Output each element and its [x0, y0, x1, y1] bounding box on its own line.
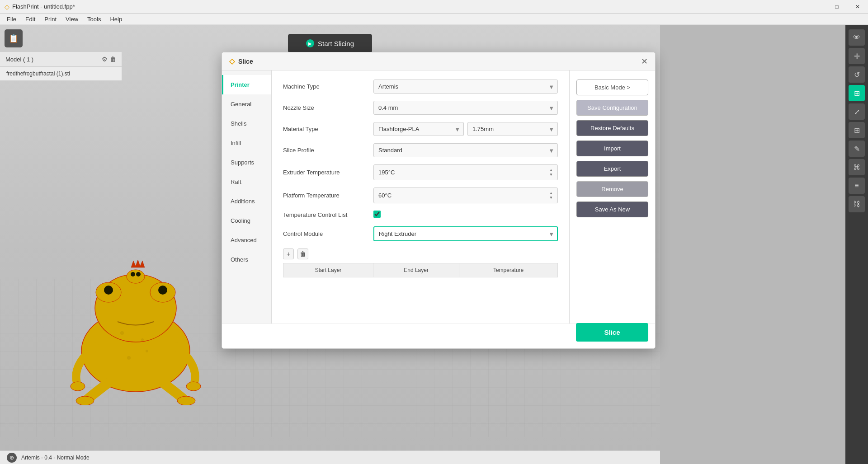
platform-temp-up[interactable]: ▲	[549, 191, 553, 196]
modal-close-button[interactable]: ✕	[641, 57, 648, 66]
panel-delete-icon[interactable]: 🗑	[110, 56, 116, 63]
nav-item-infill[interactable]: Infill	[222, 133, 271, 153]
material-type-row: Material Type Flashforge-PLA ▼ 1.75mm	[283, 122, 558, 136]
slice-button[interactable]: Slice	[576, 323, 648, 342]
nav-item-supports[interactable]: Supports	[222, 153, 271, 172]
svg-point-12	[131, 272, 135, 277]
modal-right-panel: Basic Mode > Save Configuration Restore …	[569, 70, 655, 323]
nozzle-size-label: Nozzle Size	[283, 104, 373, 111]
nav-item-printer[interactable]: Printer	[222, 75, 271, 94]
nozzle-size-control: 0.4 mm ▼	[373, 101, 558, 115]
save-config-button: Save Configuration	[576, 100, 648, 116]
panel-settings-icon[interactable]: ⚙	[102, 56, 108, 63]
nav-item-shells[interactable]: Shells	[222, 114, 271, 133]
restore-defaults-button[interactable]: Restore Defaults	[576, 120, 648, 136]
modal-title: ◇ Slice	[229, 57, 253, 66]
svg-point-7	[71, 382, 85, 391]
export-button[interactable]: Export	[576, 161, 648, 177]
menu-file[interactable]: File	[2, 15, 21, 23]
main-area: ▶ Start Slicing 📋 Model ( 1 ) ⚙ 🗑 fredth…	[0, 25, 868, 464]
nozzle-size-select[interactable]: 0.4 mm	[373, 101, 558, 115]
svg-point-15	[120, 331, 124, 335]
panel-header: Model ( 1 ) ⚙ 🗑	[0, 52, 122, 67]
extruder-temp-down[interactable]: ▼	[549, 173, 553, 177]
scale-tool-button[interactable]: ⤢	[849, 103, 865, 120]
menu-print[interactable]: Print	[40, 15, 61, 23]
machine-type-select[interactable]: Artemis	[373, 80, 558, 94]
extruder-temp-up[interactable]: ▲	[549, 168, 553, 173]
statusbar: ⊕ Artemis - 0.4 - Normal Mode	[0, 450, 660, 464]
navigate-icon[interactable]: ⊕	[7, 453, 17, 463]
modal-content: Machine Type Artemis ▼ Nozzle Size 0.4 m…	[272, 70, 569, 323]
material-type-control1: Flashforge-PLA ▼	[373, 122, 464, 136]
link-tool-button[interactable]: ⛓	[849, 196, 865, 212]
slice-profile-select[interactable]: Standard	[373, 143, 558, 157]
add-tool-button[interactable]: ⊞	[849, 122, 865, 138]
settings-tool-button[interactable]: ≡	[849, 178, 865, 194]
nav-item-cooling[interactable]: Cooling	[222, 211, 271, 230]
col-start-layer: Start Layer	[283, 263, 373, 277]
menu-tools[interactable]: Tools	[83, 15, 105, 23]
svg-point-10	[177, 396, 195, 405]
modal-footer: Slice	[222, 323, 655, 348]
temp-control-checkbox[interactable]	[373, 211, 381, 218]
frog-model	[63, 234, 208, 405]
machine-type-control: Artemis ▼	[373, 80, 558, 94]
control-module-label: Control Module	[283, 230, 373, 237]
minimize-button[interactable]: —	[806, 0, 826, 14]
platform-temp-spinner[interactable]: ▲ ▼	[549, 191, 553, 200]
svg-marker-14	[131, 260, 145, 267]
model-list-item[interactable]: fredthefrogbutfractal (1).stl	[0, 67, 122, 80]
control-module-select[interactable]: Right Extruder	[373, 226, 558, 241]
delete-row-button[interactable]: 🗑	[297, 248, 308, 259]
menu-view[interactable]: View	[61, 15, 83, 23]
nav-item-general[interactable]: General	[222, 94, 271, 114]
menu-edit[interactable]: Edit	[21, 15, 40, 23]
layers-tool-button[interactable]: ⊞	[849, 85, 865, 101]
panel-icons: ⚙ 🗑	[102, 56, 116, 63]
platform-temp-input[interactable]: 60°C ▲ ▼	[373, 187, 558, 203]
material-type-select2[interactable]: 1.75mm	[467, 122, 558, 136]
basic-mode-button[interactable]: Basic Mode >	[576, 80, 648, 95]
menu-help[interactable]: Help	[105, 15, 127, 23]
cup-tool-button[interactable]: ⌘	[849, 159, 865, 175]
temp-table-area: + 🗑 Start Layer End Layer Temperature	[283, 248, 558, 277]
platform-temp-down[interactable]: ▼	[549, 196, 553, 200]
platform-temp-value: 60°C	[378, 192, 392, 199]
nav-item-advanced[interactable]: Advanced	[222, 230, 271, 250]
svg-point-18	[146, 350, 148, 352]
extruder-temp-input[interactable]: 195°C ▲ ▼	[373, 164, 558, 180]
window-controls: — □ ✕	[806, 0, 868, 14]
modal-icon: ◇	[229, 57, 235, 66]
start-slicing-label: Start Slicing	[318, 40, 354, 47]
machine-type-row: Machine Type Artemis ▼	[283, 80, 558, 94]
extruder-temp-spinner[interactable]: ▲ ▼	[549, 168, 553, 177]
svg-point-13	[136, 272, 141, 277]
titlebar: ◇ FlashPrint - untitled.fpp* — □ ✕	[0, 0, 868, 14]
control-module-row: Control Module Right Extruder ▼	[283, 226, 558, 241]
paint-tool-button[interactable]: ✎	[849, 141, 865, 157]
extruder-temp-value: 195°C	[378, 169, 395, 176]
move-tool-button[interactable]: ✛	[849, 48, 865, 64]
svg-point-8	[186, 382, 201, 391]
nav-item-raft[interactable]: Raft	[222, 172, 271, 192]
clipboard-button[interactable]: 📋	[5, 29, 23, 47]
remove-button[interactable]: Remove	[576, 181, 648, 197]
rotate-tool-button[interactable]: ↺	[849, 66, 865, 83]
table-actions: + 🗑	[283, 248, 558, 259]
svg-point-11	[127, 270, 145, 283]
save-as-new-button[interactable]: Save As New	[576, 202, 648, 217]
material-type-select1[interactable]: Flashforge-PLA	[373, 122, 464, 136]
nav-item-additions[interactable]: Additions	[222, 192, 271, 211]
left-panel: Model ( 1 ) ⚙ 🗑 fredthefrogbutfractal (1…	[0, 52, 122, 80]
platform-temp-control: 60°C ▲ ▼	[373, 187, 558, 203]
import-button[interactable]: Import	[576, 141, 648, 156]
maximize-button[interactable]: □	[826, 0, 847, 14]
nav-item-others[interactable]: Others	[222, 250, 271, 269]
add-row-button[interactable]: +	[283, 248, 294, 259]
temp-control-checkbox-control	[373, 211, 558, 219]
close-button[interactable]: ✕	[847, 0, 868, 14]
panel-title: Model ( 1 )	[5, 56, 33, 63]
eye-tool-button[interactable]: 👁	[849, 29, 865, 46]
start-slicing-button[interactable]: ▶ Start Slicing	[288, 34, 372, 53]
